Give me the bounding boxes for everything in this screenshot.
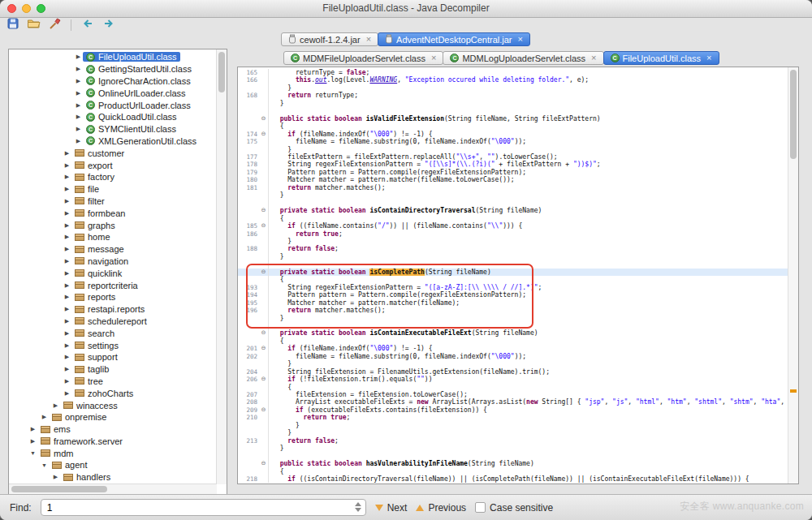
tree-item[interactable]: ▶CIgnoreCharAction.class <box>9 75 217 88</box>
tree-item[interactable]: ▶support <box>9 351 217 363</box>
forward-button[interactable] <box>101 18 116 32</box>
tree-item[interactable]: ▶onpremise <box>9 411 217 423</box>
chevron-right-icon[interactable]: ▶ <box>40 414 49 420</box>
tree-item[interactable]: ▼mdm <box>9 447 217 459</box>
tree-item[interactable]: ▶message <box>9 243 217 256</box>
fold-collapse-icon[interactable]: ⊖ <box>259 376 268 383</box>
class-tab[interactable]: CMDMLogUploaderServlet.class× <box>443 51 603 65</box>
scrollbar-thumb[interactable] <box>790 70 797 159</box>
tree-item[interactable]: ▶quicklink <box>9 267 217 279</box>
case-sensitive-option[interactable]: Case sensitive <box>475 502 553 514</box>
tree-item[interactable]: ▼agent <box>9 459 217 471</box>
tree-item[interactable]: ▶zohoCharts <box>9 387 217 399</box>
tree-item[interactable]: ▶ems <box>9 423 217 436</box>
chevron-right-icon[interactable]: ▶ <box>74 114 83 120</box>
tree-item[interactable]: ▶COnlineUrlLoader.class <box>9 87 217 99</box>
chevron-right-icon[interactable]: ▶ <box>63 174 71 180</box>
tree-item[interactable]: ▶navigation <box>9 256 217 268</box>
tree-item[interactable]: ▶framework.server <box>9 436 217 448</box>
chevron-right-icon[interactable]: ▶ <box>63 366 71 372</box>
chevron-right-icon[interactable]: ▶ <box>63 282 71 289</box>
tree-item[interactable]: ▶CQuickLoadUtil.class <box>9 111 217 123</box>
tree-item[interactable]: ▶customer <box>9 147 217 159</box>
tree-item[interactable]: ▶restapi.reports <box>9 303 217 316</box>
back-button[interactable] <box>80 18 95 32</box>
chevron-right-icon[interactable]: ▶ <box>63 198 71 204</box>
close-tab-icon[interactable]: × <box>706 54 711 62</box>
chevron-right-icon[interactable]: ▶ <box>63 390 71 397</box>
chevron-right-icon[interactable]: ▶ <box>74 138 83 144</box>
tree-item[interactable]: ▶winaccess <box>9 399 217 411</box>
tree-horizontal-scrollbar[interactable] <box>9 483 217 494</box>
chevron-right-icon[interactable]: ▶ <box>63 210 71 217</box>
chevron-right-icon[interactable]: ▶ <box>63 330 71 337</box>
tree-item[interactable]: ▶tree <box>9 376 217 388</box>
package-tree[interactable]: ▶CFileUploadUtil.class▶CGettingStartedUt… <box>9 51 217 484</box>
scrollbar-thumb[interactable] <box>11 486 107 492</box>
chevron-right-icon[interactable]: ▶ <box>74 90 83 97</box>
close-window-button[interactable] <box>7 4 16 13</box>
close-tab-icon[interactable]: × <box>366 35 371 44</box>
tree-item[interactable]: ▶CProductUrlLoader.class <box>9 99 217 111</box>
chevron-right-icon[interactable]: ▶ <box>63 150 71 157</box>
case-sensitive-checkbox[interactable] <box>475 502 486 513</box>
find-next-button[interactable]: Next <box>375 502 408 514</box>
chevron-right-icon[interactable]: ▶ <box>63 186 71 192</box>
chevron-right-icon[interactable]: ▶ <box>63 222 71 229</box>
tree-item[interactable]: ▶factory <box>9 171 217 183</box>
chevron-right-icon[interactable]: ▶ <box>74 54 83 60</box>
find-history-stepper[interactable] <box>355 502 361 512</box>
fold-collapse-icon[interactable]: ⊖ <box>259 406 268 414</box>
fold-collapse-icon[interactable]: ⊖ <box>259 222 268 230</box>
zoom-window-button[interactable] <box>37 4 45 13</box>
fold-collapse-icon[interactable]: ⊖ <box>259 345 268 352</box>
tree-item[interactable]: ▶settings <box>9 339 217 351</box>
tree-item[interactable]: ▶handlers <box>9 471 217 483</box>
chevron-right-icon[interactable]: ▶ <box>63 354 71 360</box>
chevron-right-icon[interactable]: ▶ <box>63 306 71 312</box>
stepper-down-icon[interactable] <box>355 508 361 512</box>
chevron-right-icon[interactable]: ▶ <box>63 378 71 385</box>
find-previous-button[interactable]: Previous <box>416 502 466 514</box>
chevron-right-icon[interactable]: ▶ <box>63 270 71 277</box>
tree-item[interactable]: ▶graphs <box>9 219 217 231</box>
chevron-right-icon[interactable]: ▶ <box>63 318 71 324</box>
chevron-down-icon[interactable]: ▼ <box>40 462 49 468</box>
tree-item[interactable]: ▶file <box>9 183 217 196</box>
code-editor[interactable]: 165 returnType = false;166 this.out.log(… <box>238 67 788 483</box>
jar-tab[interactable]: cewolf-1.2.4.jar× <box>281 32 378 46</box>
fold-collapse-icon[interactable]: ⊖ <box>259 207 268 214</box>
close-tab-icon[interactable]: × <box>591 54 596 62</box>
chevron-down-icon[interactable]: ▼ <box>28 450 37 456</box>
tree-item[interactable]: ▶reportcriteria <box>9 279 217 291</box>
search-occurrence-marker[interactable] <box>790 389 797 393</box>
tree-vertical-scrollbar[interactable] <box>216 49 227 484</box>
tree-item[interactable]: ▶search <box>9 327 217 339</box>
tree-item[interactable]: ▶formbean <box>9 207 217 219</box>
fold-collapse-icon[interactable]: ⊖ <box>259 131 268 138</box>
chevron-right-icon[interactable]: ▶ <box>63 258 71 264</box>
chevron-right-icon[interactable]: ▶ <box>63 162 71 169</box>
stepper-up-icon[interactable] <box>355 502 361 506</box>
close-tab-icon[interactable]: × <box>518 35 523 44</box>
close-tab-icon[interactable]: × <box>431 54 436 62</box>
open-file-button[interactable] <box>26 18 41 32</box>
fold-collapse-icon[interactable]: ⊖ <box>259 329 268 337</box>
chevron-right-icon[interactable]: ▶ <box>28 438 37 445</box>
chevron-right-icon[interactable]: ▶ <box>74 126 83 132</box>
class-tab[interactable]: CMDMFileUploaderServlet.class× <box>283 51 443 65</box>
fold-collapse-icon[interactable]: ⊖ <box>259 115 268 122</box>
minimize-window-button[interactable] <box>22 4 31 13</box>
chevron-right-icon[interactable]: ▶ <box>28 426 37 432</box>
tree-item[interactable]: ▶home <box>9 231 217 243</box>
fold-collapse-icon[interactable]: ⊖ <box>259 460 268 467</box>
find-input[interactable] <box>41 499 366 516</box>
code-vertical-scrollbar[interactable] <box>788 67 798 483</box>
chevron-right-icon[interactable]: ▶ <box>51 474 60 480</box>
save-button[interactable] <box>5 18 20 32</box>
tree-item[interactable]: ▶CSYMClientUtil.class <box>9 123 217 135</box>
tree-item[interactable]: ▶taglib <box>9 363 217 376</box>
tree-item[interactable]: ▶schedulereport <box>9 316 217 328</box>
chevron-right-icon[interactable]: ▶ <box>74 66 83 72</box>
decompiled-code-panel[interactable]: 165 returnType = false;166 this.out.log(… <box>237 67 799 484</box>
